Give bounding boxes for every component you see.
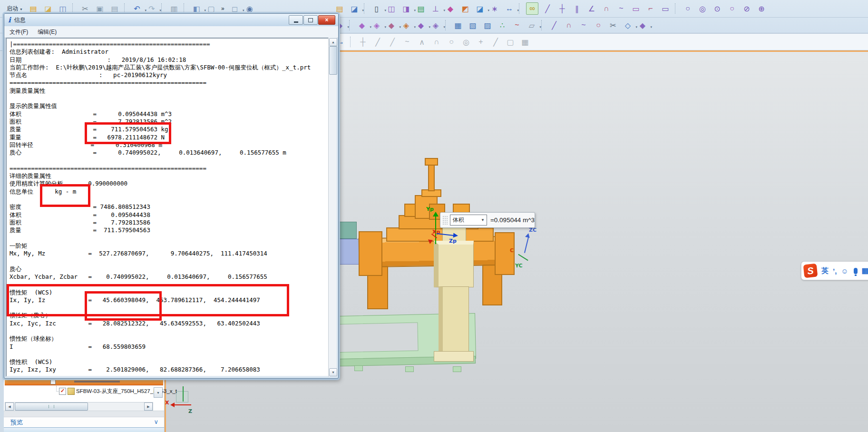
new-file-icon[interactable]: ▤ xyxy=(28,3,39,14)
datum-csys-icon[interactable]: ⊥▾ xyxy=(430,3,441,14)
view-surface-icon[interactable]: ◪▾ xyxy=(349,3,360,14)
line2-icon[interactable]: ╱ xyxy=(387,36,398,48)
overflow-chevron[interactable]: » xyxy=(221,5,224,12)
model-rod-cap[interactable] xyxy=(425,158,438,166)
ime-punctuation-toggle[interactable]: ’, xyxy=(833,267,837,275)
ruled-surface-icon[interactable]: ◈▾ xyxy=(371,20,382,31)
model-tan-column[interactable] xyxy=(439,286,469,353)
close-button[interactable]: × xyxy=(318,15,335,25)
scroll-left-button[interactable]: ◀ xyxy=(5,403,14,411)
view-display-icon[interactable]: ◻▾ xyxy=(229,3,241,14)
circle-dot-icon[interactable]: ⊙ xyxy=(712,3,723,14)
model-left-bracket[interactable] xyxy=(359,231,382,276)
info-window-icon[interactable]: ◉ xyxy=(244,3,255,14)
part-list-icon[interactable]: ▤ xyxy=(415,3,427,14)
swept-icon[interactable]: ◆▾ xyxy=(356,20,368,31)
vertical-scrollbar[interactable]: ▲ ▼ xyxy=(328,38,337,377)
restore-button[interactable] xyxy=(303,15,318,25)
parallel-line-icon[interactable]: ∥ xyxy=(571,3,583,14)
chevron-down-icon[interactable]: ∨ xyxy=(154,418,158,425)
sphere-icon[interactable]: ◆ xyxy=(445,3,456,14)
scroll-right-button[interactable]: ▶ xyxy=(144,403,153,411)
panel-splitter[interactable] xyxy=(4,411,164,417)
offset-surface-icon[interactable]: ◆▾ xyxy=(637,20,648,31)
model-base-foot[interactable] xyxy=(453,366,461,372)
dimension-icon[interactable]: ↔▾ xyxy=(504,3,515,14)
model-tan-upper-box[interactable] xyxy=(434,241,474,287)
pan-icon[interactable]: ┼ xyxy=(357,36,369,48)
spline-icon[interactable]: ~ xyxy=(615,3,627,14)
print-icon[interactable]: ▥ xyxy=(168,3,180,14)
scroll-down-button[interactable]: ▼ xyxy=(329,368,337,376)
circle-icon[interactable]: ○ xyxy=(682,3,693,14)
trim-curve-icon[interactable]: ✂ xyxy=(607,20,619,31)
circle-center-icon[interactable]: ◎ xyxy=(697,3,708,14)
copy-icon[interactable]: ▣ xyxy=(94,3,106,14)
sheet-body-icon[interactable]: ▱▾ xyxy=(526,20,537,31)
scroll-up-button[interactable]: ▲ xyxy=(329,38,337,46)
wcs-cube[interactable] xyxy=(176,391,188,403)
model-rod[interactable] xyxy=(428,165,435,191)
component-checkbox[interactable]: ✓ xyxy=(59,388,66,395)
studio-spline-icon[interactable]: ~ xyxy=(578,20,589,31)
toolbar-drag-handle-icon[interactable] xyxy=(442,216,448,225)
model-right-bracket[interactable] xyxy=(495,232,515,275)
angle-line-icon[interactable]: ∠ xyxy=(586,3,597,14)
edit-object-display-icon[interactable]: ◩ xyxy=(459,3,471,14)
point-cloud-icon[interactable]: ∴ xyxy=(497,20,508,31)
section-surface-icon[interactable]: ◆▾ xyxy=(386,20,397,31)
redo-icon[interactable]: ↷▾ xyxy=(146,3,157,14)
horizontal-scrollbar[interactable]: ◀ ▶ xyxy=(5,402,153,411)
window-icon[interactable]: ▢ xyxy=(205,3,217,14)
sheet-gray-icon[interactable]: ▢ xyxy=(505,36,516,48)
menu-edit[interactable]: 编辑(E) xyxy=(33,27,61,38)
layout-icon[interactable]: ◧▾ xyxy=(191,3,202,14)
preview-section-header[interactable]: 预览 ∨ xyxy=(4,417,164,428)
sheet-icon[interactable]: ▤ xyxy=(334,3,345,14)
profile-icon[interactable]: ▭ xyxy=(630,3,642,14)
tree-row[interactable]: ✓ SFBW-03-从支座_750H_H527_id153_x_t xyxy=(4,386,164,396)
circle-construction-icon[interactable]: ⊘ xyxy=(741,3,752,14)
mesh-surface-icon[interactable]: ▦ xyxy=(452,20,464,31)
link-icon[interactable]: ∞ xyxy=(526,2,538,15)
arc-icon[interactable]: ∩ xyxy=(601,3,612,14)
patch-surface-icon[interactable]: ◈▾ xyxy=(430,20,441,31)
bounded-plane-icon[interactable]: ◈▾ xyxy=(400,20,412,31)
polyline-icon[interactable]: ∧ xyxy=(416,36,428,48)
display-mode-icon[interactable]: ▯▾ xyxy=(371,3,382,14)
ime-microphone-icon[interactable] xyxy=(854,268,858,274)
datum-plane-icon[interactable]: ◫ xyxy=(386,3,397,14)
model-tan-base[interactable] xyxy=(434,351,474,362)
constraint-icon[interactable]: ∗ xyxy=(489,3,500,14)
ellipse-icon[interactable]: ○ xyxy=(726,3,738,14)
minimize-button[interactable] xyxy=(289,15,303,25)
ime-language-toggle[interactable]: 英 xyxy=(821,266,829,275)
plus-gray-icon[interactable]: + xyxy=(475,36,487,48)
sogou-logo-icon[interactable]: S xyxy=(803,264,818,278)
paste-icon[interactable]: ▤ xyxy=(109,3,120,14)
point-icon[interactable]: ┼ xyxy=(556,3,568,14)
undo-icon[interactable]: ↶▾ xyxy=(131,3,143,14)
tree-scroll-down-button[interactable]: ▼ xyxy=(154,387,163,398)
datum-plane-pair-icon[interactable]: ◨▾ xyxy=(400,3,412,14)
sketch-arc-icon[interactable]: ∩ xyxy=(563,20,575,31)
corner-rect-icon[interactable]: ⌐ xyxy=(645,3,656,14)
model-base-foot[interactable] xyxy=(405,366,414,372)
trim-surface-icon[interactable]: ◇▾ xyxy=(622,20,634,31)
ime-emoji-icon[interactable]: ☺ xyxy=(841,267,848,275)
arc-gray-icon[interactable]: ∩ xyxy=(431,36,442,48)
menu-file[interactable]: 文件(F) xyxy=(5,27,32,38)
window-title-bar[interactable]: i 信息 × xyxy=(4,14,338,27)
spline-gray-icon[interactable]: ~ xyxy=(401,36,413,48)
curve-loop-icon[interactable]: ○ xyxy=(593,20,604,31)
line-icon[interactable]: ╱ xyxy=(542,3,553,14)
model-base-foot[interactable] xyxy=(354,365,363,371)
n-sided-surface-icon[interactable]: ▨ xyxy=(482,20,493,31)
grid-gray-icon[interactable]: ▦ xyxy=(519,36,531,48)
line1-icon[interactable]: ╱ xyxy=(372,36,383,48)
show-hide-icon[interactable]: ◪▾ xyxy=(474,3,486,14)
ime-keyboard-icon[interactable]: ▦ xyxy=(862,266,868,275)
scrollbar-thumb[interactable] xyxy=(15,403,88,411)
ellipse-gray-icon[interactable]: ○ xyxy=(446,36,457,48)
line3-icon[interactable]: ╱ xyxy=(490,36,501,48)
